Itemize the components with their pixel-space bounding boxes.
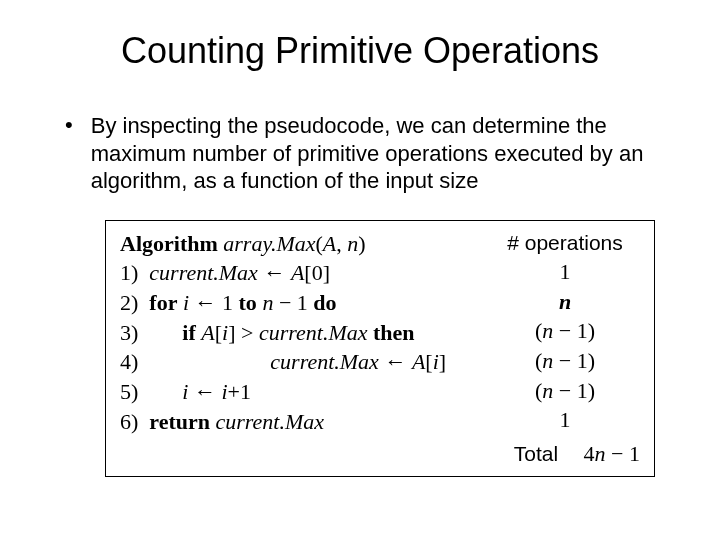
ops-line-6: 1: [490, 405, 640, 435]
total-value: 4n − 1: [584, 441, 640, 466]
ops-line-1: 1: [490, 257, 640, 287]
slide-title: Counting Primitive Operations: [50, 30, 670, 72]
operations-column: # operations 1 n (n − 1) (n − 1) (n − 1)…: [490, 229, 640, 437]
algo-line-6: 6) return current.Max: [120, 407, 490, 437]
algo-line-1: 1) current.Max ← A[0]: [120, 258, 490, 288]
ops-header: # operations: [490, 229, 640, 257]
algorithm-box: Algorithm array.Max(A, n) 1) current.Max…: [105, 220, 655, 478]
bullet-marker: •: [65, 112, 73, 138]
algorithm-code: Algorithm array.Max(A, n) 1) current.Max…: [120, 229, 490, 437]
bullet-item: • By inspecting the pseudocode, we can d…: [50, 112, 670, 195]
total-label: Total: [514, 442, 558, 465]
ops-line-3: (n − 1): [490, 316, 640, 346]
total-row: Total 4n − 1: [514, 439, 640, 469]
algo-line-3: 3) if A[i] > current.Max then: [120, 318, 490, 348]
ops-line-2: n: [490, 287, 640, 317]
ops-line-5: (n − 1): [490, 376, 640, 406]
algo-line-2: 2) for i ← 1 to n − 1 do: [120, 288, 490, 318]
algo-header: Algorithm array.Max(A, n): [120, 229, 490, 259]
bullet-text: By inspecting the pseudocode, we can det…: [91, 112, 655, 195]
algo-line-5: 5) i ← i+1: [120, 377, 490, 407]
algo-line-4: 4) current.Max ← A[i]: [120, 347, 490, 377]
ops-line-4: (n − 1): [490, 346, 640, 376]
